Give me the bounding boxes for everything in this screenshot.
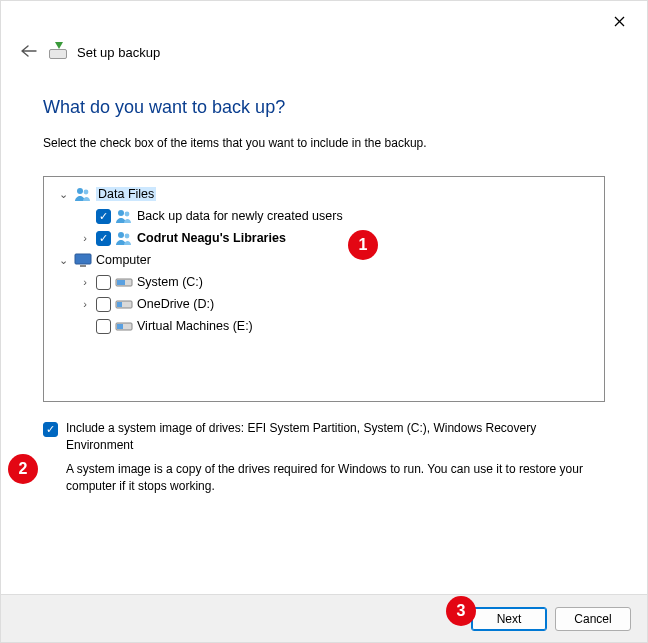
checkbox-new-users[interactable] — [96, 209, 111, 224]
chevron-right-icon[interactable]: › — [78, 232, 92, 244]
svg-point-7 — [125, 234, 130, 239]
backup-items-tree[interactable]: ⌄ Data Files › Back up data for newly cr… — [43, 176, 605, 402]
svg-rect-11 — [117, 280, 125, 285]
annotation-badge-2: 2 — [8, 454, 38, 484]
tree-label: OneDrive (D:) — [137, 297, 214, 311]
tree-node-onedrive-d[interactable]: › OneDrive (D:) — [48, 293, 600, 315]
people-icon — [115, 230, 133, 246]
system-image-label: Include a system image of drives: EFI Sy… — [66, 420, 605, 455]
titlebar — [1, 1, 647, 35]
svg-point-5 — [125, 212, 130, 217]
expander-placeholder: › — [78, 210, 92, 222]
svg-rect-13 — [117, 302, 122, 307]
expander-placeholder: › — [78, 320, 92, 332]
next-button[interactable]: Next — [471, 607, 547, 631]
wizard-header: Set up backup — [1, 35, 647, 67]
svg-point-3 — [84, 190, 89, 195]
drive-icon — [115, 318, 133, 334]
tree-node-system-c[interactable]: › System (C:) — [48, 271, 600, 293]
monitor-icon — [74, 252, 92, 268]
people-icon — [74, 186, 92, 202]
close-button[interactable] — [601, 7, 637, 35]
chevron-down-icon[interactable]: ⌄ — [56, 188, 70, 201]
cancel-button[interactable]: Cancel — [555, 607, 631, 631]
backup-wizard-icon — [49, 43, 67, 61]
tree-label: Codrut Neagu's Libraries — [137, 231, 286, 245]
page-heading: What do you want to back up? — [43, 97, 605, 118]
svg-point-6 — [118, 232, 124, 238]
chevron-down-icon[interactable]: ⌄ — [56, 254, 70, 267]
tree-label: Computer — [96, 253, 151, 267]
chevron-right-icon[interactable]: › — [78, 298, 92, 310]
tree-label: Back up data for newly created users — [137, 209, 343, 223]
tree-node-data-files[interactable]: ⌄ Data Files — [48, 183, 600, 205]
back-arrow-icon[interactable] — [19, 41, 39, 63]
annotation-badge-1: 1 — [348, 230, 378, 260]
tree-label: Virtual Machines (E:) — [137, 319, 253, 333]
drive-icon — [115, 296, 133, 312]
tree-node-vms-e[interactable]: › Virtual Machines (E:) — [48, 315, 600, 337]
checkbox-system-c[interactable] — [96, 275, 111, 290]
drive-icon — [115, 274, 133, 290]
tree-node-computer[interactable]: ⌄ Computer — [48, 249, 600, 271]
content-area: What do you want to back up? Select the … — [1, 67, 647, 594]
checkbox-system-image[interactable] — [43, 422, 58, 437]
svg-point-2 — [77, 188, 83, 194]
system-image-description: A system image is a copy of the drives r… — [66, 461, 605, 496]
button-bar: Next Cancel — [1, 594, 647, 642]
svg-rect-9 — [80, 265, 86, 267]
svg-rect-15 — [117, 324, 123, 329]
page-subheading: Select the check box of the items that y… — [43, 136, 605, 150]
checkbox-libraries[interactable] — [96, 231, 111, 246]
annotation-badge-3: 3 — [446, 596, 476, 626]
chevron-right-icon[interactable]: › — [78, 276, 92, 288]
checkbox-onedrive-d[interactable] — [96, 297, 111, 312]
svg-rect-8 — [75, 254, 91, 264]
checkbox-vms-e[interactable] — [96, 319, 111, 334]
svg-point-4 — [118, 210, 124, 216]
system-image-text: Include a system image of drives: EFI Sy… — [66, 420, 605, 496]
people-icon — [115, 208, 133, 224]
tree-node-libraries[interactable]: › Codrut Neagu's Libraries — [48, 227, 600, 249]
tree-label: System (C:) — [137, 275, 203, 289]
wizard-title: Set up backup — [77, 45, 160, 60]
close-icon — [614, 16, 625, 27]
backup-wizard-window: Set up backup What do you want to back u… — [0, 0, 648, 643]
system-image-section: Include a system image of drives: EFI Sy… — [43, 420, 605, 496]
tree-node-new-users[interactable]: › Back up data for newly created users — [48, 205, 600, 227]
tree-label: Data Files — [96, 187, 156, 201]
